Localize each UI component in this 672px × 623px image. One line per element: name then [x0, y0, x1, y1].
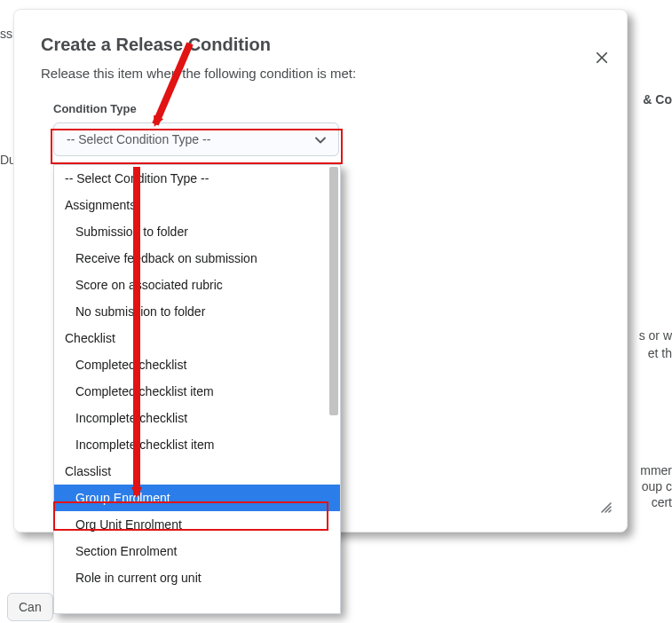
modal-subtitle: Release this item when the following con… [41, 66, 600, 81]
condition-type-label: Condition Type [53, 102, 600, 115]
bg-text-frag5: cert [652, 495, 672, 509]
condition-type-select[interactable]: -- Select Condition Type -- [53, 122, 339, 156]
bg-text-frag2: et th [648, 346, 672, 360]
dropdown-item-completed-checklist-item[interactable]: Completed checklist item [54, 378, 340, 405]
select-value: -- Select Condition Type -- [67, 132, 210, 146]
modal-title: Create a Release Condition [41, 35, 600, 55]
chevron-down-icon [315, 134, 326, 145]
dropdown-item-incomplete-checklist-item[interactable]: Incomplete checklist item [54, 431, 340, 458]
dropdown-placeholder[interactable]: -- Select Condition Type -- [54, 165, 340, 192]
dropdown-item-section-enrolment[interactable]: Section Enrolment [54, 538, 340, 564]
close-icon [596, 51, 608, 64]
dropdown-group-classlist: Classlist [54, 458, 340, 485]
dropdown-item-score-rubric[interactable]: Score on associated rubric [54, 272, 340, 298]
bg-text-frag1: s or w [639, 328, 672, 343]
dropdown-item-submission-to-folder[interactable]: Submission to folder [54, 218, 340, 245]
condition-type-dropdown: -- Select Condition Type -- Assignments … [53, 164, 341, 614]
dropdown-item-no-submission[interactable]: No submission to folder [54, 298, 340, 325]
resize-handle-icon[interactable] [598, 500, 613, 517]
dropdown-group-checklist: Checklist [54, 325, 340, 351]
dropdown-item-receive-feedback[interactable]: Receive feedback on submission [54, 245, 340, 272]
bg-text-cond: & Co [643, 92, 672, 106]
dropdown-scrollbar[interactable] [329, 167, 338, 415]
dropdown-item-role-in-org-unit[interactable]: Role in current org unit [54, 564, 340, 591]
dropdown-item-completed-checklist[interactable]: Completed checklist [54, 351, 340, 378]
bg-text-frag4: oup c [642, 479, 672, 493]
close-button[interactable] [589, 45, 614, 70]
dropdown-item-group-enrolment[interactable]: Group Enrolment [54, 485, 340, 511]
bg-cancel-button[interactable]: Can [7, 593, 53, 621]
dropdown-group-assignments: Assignments [54, 192, 340, 218]
bg-text-frag3: mmer [640, 463, 672, 477]
dropdown-item-incomplete-checklist[interactable]: Incomplete checklist [54, 405, 340, 431]
dropdown-item-org-unit-enrolment[interactable]: Org Unit Enrolment [54, 511, 340, 538]
